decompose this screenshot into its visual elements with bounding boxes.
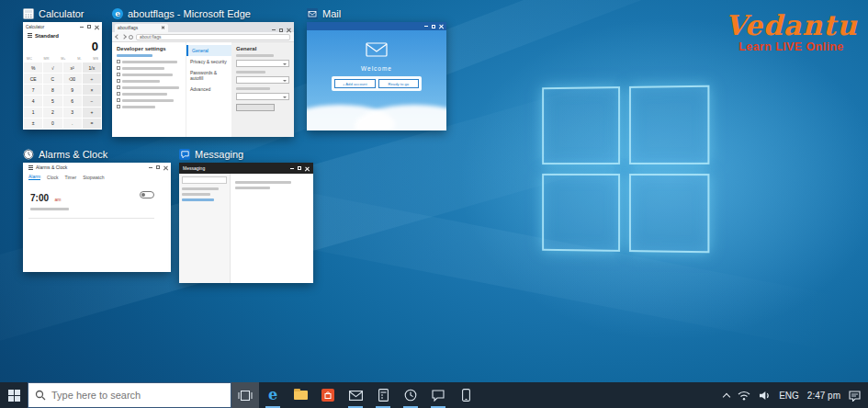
- flag-checkbox-row: [117, 73, 181, 76]
- window-controls: [290, 166, 310, 171]
- phone-icon: [462, 389, 470, 402]
- window-controls: [424, 24, 444, 28]
- settings-menu-item[interactable]: Passwords & autofill: [186, 67, 231, 84]
- taskview-card-mail[interactable]: Mail Welcome + Add accountReady to go: [307, 7, 446, 130]
- flag-checkbox-row: [117, 60, 181, 63]
- alarms-tab[interactable]: Clock: [47, 175, 59, 180]
- taskview-card-messaging[interactable]: Messaging Messaging: [179, 148, 313, 283]
- taskbar-mail-button[interactable]: [342, 382, 369, 408]
- calculator-titlebar: Calculator: [23, 22, 102, 31]
- messaging-titlebar: Messaging: [179, 163, 313, 174]
- calculator-key: 6: [63, 96, 82, 106]
- calculator-key: 4: [24, 96, 42, 106]
- taskview-card-title: Messaging: [179, 148, 313, 161]
- clock[interactable]: 2:47 pm: [807, 391, 840, 401]
- taskbar: Type here to search e: [0, 382, 868, 408]
- calculator-key: 9: [63, 85, 82, 95]
- action-center-icon[interactable]: [849, 390, 861, 402]
- alarm-entry[interactable]: 7:00 am: [28, 186, 154, 219]
- taskview-card-calculator[interactable]: Calculator Calculator Standard 0 MCMRM+M…: [23, 7, 102, 130]
- edge-tab: aboutflags: [115, 24, 168, 32]
- settings-menu-item[interactable]: General: [186, 45, 231, 56]
- calculator-key: ⌫: [63, 74, 82, 84]
- alarm-toggle[interactable]: [140, 191, 154, 198]
- system-tray: ENG 2:47 pm: [716, 382, 868, 408]
- calculator-key: x²: [63, 62, 82, 73]
- calculator-key: √: [43, 62, 62, 73]
- network-icon[interactable]: [738, 391, 750, 401]
- edge-settings-menu: GeneralPrivacy & securityPasswords & aut…: [186, 42, 231, 137]
- window-controls: [149, 165, 168, 170]
- calculator-key: 1/x: [83, 62, 101, 73]
- mail-account-card: + Add accountReady to go: [332, 76, 422, 91]
- language-indicator[interactable]: ENG: [779, 391, 799, 401]
- taskview-card-alarms[interactable]: Alarms & Clock Alarms & Clock AlarmClock…: [23, 148, 171, 272]
- windows-logo-pane: [542, 86, 620, 164]
- calculator-memory-row: MCMRM+M-MS: [23, 55, 102, 62]
- windows-logo-pane: [542, 174, 620, 252]
- text-line: [117, 54, 152, 57]
- close-icon: [161, 26, 165, 30]
- mail-icon: [349, 391, 363, 401]
- edge-icon: e: [268, 388, 277, 402]
- calculator-key: 3: [63, 108, 82, 118]
- settings-button[interactable]: [236, 104, 275, 111]
- memory-key: M+: [61, 57, 65, 61]
- task-view-button[interactable]: [231, 382, 259, 408]
- close-icon: [439, 24, 444, 28]
- panel-heading: General: [236, 46, 289, 51]
- messaging-search-box[interactable]: [182, 176, 227, 184]
- memory-key: M-: [77, 57, 81, 61]
- edge-icon: e: [112, 8, 123, 19]
- windows-logo-pane: [629, 85, 709, 164]
- alarms-tab[interactable]: Alarm: [28, 174, 40, 180]
- settings-menu-item[interactable]: Privacy & security: [186, 56, 231, 67]
- messaging-thumbnail[interactable]: Messaging: [179, 163, 313, 283]
- calculator-thumbnail[interactable]: Calculator Standard 0 MCMRM+M-MS %√x²1/x…: [23, 22, 102, 130]
- calculator-icon: [23, 8, 34, 19]
- vedantu-tagline: Learn LIVE Online: [720, 40, 862, 53]
- text-line: [182, 198, 214, 201]
- settings-menu-item[interactable]: Advanced: [186, 84, 231, 95]
- calculator-icon: [378, 389, 389, 402]
- alarms-tab-row: AlarmClockTimerStopwatch: [23, 172, 171, 182]
- calculator-key: +: [83, 108, 101, 118]
- taskbar-file-explorer-button[interactable]: [287, 382, 314, 408]
- taskbar-messaging-button[interactable]: [424, 382, 452, 408]
- text-line: [182, 193, 210, 196]
- calculator-key: %: [24, 62, 42, 73]
- mail-action-button[interactable]: + Add account: [334, 79, 376, 88]
- show-hidden-icons-button[interactable]: [723, 392, 730, 400]
- mail-thumbnail[interactable]: Welcome + Add accountReady to go: [307, 22, 446, 130]
- taskview-card-edge[interactable]: e aboutflags - Microsoft Edge aboutflags…: [112, 7, 294, 137]
- new-tabs-dropdown[interactable]: [236, 93, 289, 100]
- search-box[interactable]: Type here to search: [28, 382, 231, 408]
- theme-dropdown[interactable]: [236, 60, 289, 67]
- calculator-key: 1: [24, 108, 42, 118]
- calculator-key: 7: [24, 85, 42, 95]
- alarms-tab[interactable]: Stopwatch: [83, 175, 104, 180]
- taskbar-calculator-button[interactable]: [369, 382, 397, 408]
- taskbar-edge-button[interactable]: e: [259, 382, 287, 408]
- envelope-icon: [365, 41, 389, 58]
- page-heading: Developer settings: [117, 46, 181, 51]
- flag-checkbox-row: [117, 92, 181, 96]
- taskbar-phone-button[interactable]: [452, 382, 479, 408]
- close-icon: [305, 166, 310, 171]
- close-icon: [287, 28, 291, 32]
- taskbar-alarms-button[interactable]: [397, 382, 424, 408]
- alarms-tab[interactable]: Timer: [65, 175, 77, 180]
- hamburger-icon: [28, 35, 32, 36]
- calculator-key: .: [63, 119, 82, 129]
- maximize-icon: [279, 28, 283, 32]
- flags-page-content: Developer settings: [112, 42, 186, 137]
- window-label: aboutflags - Microsoft Edge: [128, 8, 251, 19]
- volume-icon[interactable]: [759, 391, 771, 401]
- taskbar-store-button[interactable]: [314, 382, 342, 408]
- open-with-dropdown[interactable]: [236, 76, 289, 84]
- edge-settings-panel: General: [231, 42, 294, 137]
- start-button[interactable]: [0, 382, 28, 408]
- alarms-thumbnail[interactable]: Alarms & Clock AlarmClockTimerStopwatch …: [23, 163, 171, 272]
- mail-action-button[interactable]: Ready to go: [378, 79, 420, 88]
- edge-thumbnail[interactable]: aboutflags about:flags Developer setting…: [112, 22, 294, 137]
